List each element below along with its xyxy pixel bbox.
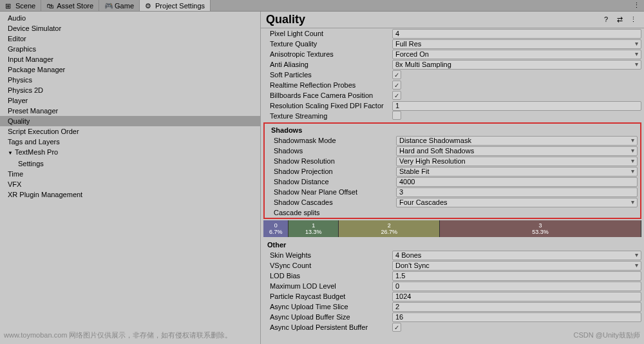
dropdown[interactable]: Very High Resolution <box>396 157 638 166</box>
property-label: Soft Particles <box>263 71 392 79</box>
tab-asset-store[interactable]: 🛍Asset Store <box>41 0 99 11</box>
sidebar-item-quality[interactable]: Quality <box>0 116 260 126</box>
sidebar-item-xr-plugin-management[interactable]: XR Plugin Management <box>0 189 260 200</box>
preset-icon[interactable]: ⇄ <box>617 15 626 24</box>
sidebar-item-package-manager[interactable]: Package Manager <box>0 64 260 75</box>
property-label: Resolution Scaling Fixed DPI Factor <box>263 102 392 110</box>
property-label: Particle Raycast Budget <box>263 292 392 300</box>
menu-icon[interactable]: ⋮ <box>630 15 639 24</box>
property-label: Shadow Distance <box>267 178 396 186</box>
text-input[interactable]: 16 <box>392 312 641 322</box>
text-input[interactable]: 1.5 <box>392 271 641 281</box>
cascade-splits-bar[interactable]: 06.7%113.3%226.7%353.3% <box>263 220 641 237</box>
shadows-highlight: Shadows Shadowmask ModeDistance Shadowma… <box>263 122 641 219</box>
property-label: Anti Aliasing <box>263 61 392 68</box>
cascade-segment-2[interactable]: 226.7% <box>339 220 440 237</box>
shadows-header: Shadows <box>265 124 640 135</box>
watermark-right: CSDN @Unity鼓励师 <box>574 330 640 340</box>
sidebar-item-input-manager[interactable]: Input Manager <box>0 54 260 64</box>
property-row: Texture Streaming <box>261 111 644 121</box>
sidebar-item-editor[interactable]: Editor <box>0 33 260 44</box>
property-label: Cascade splits <box>267 209 396 216</box>
dropdown[interactable]: Don't Sync <box>392 261 641 271</box>
dropdown[interactable]: Four Cascades <box>396 198 638 207</box>
sidebar-item-audio[interactable]: Audio <box>0 13 260 23</box>
scene-icon: ⊞ <box>5 2 13 10</box>
sidebar-item-tags-and-layers[interactable]: Tags and Layers <box>0 137 260 147</box>
sidebar-item-textmesh-pro[interactable]: TextMesh Pro <box>0 147 260 158</box>
text-input[interactable]: 3 <box>396 187 638 197</box>
tab-project-settings[interactable]: ⚙Project Settings <box>140 0 211 11</box>
tab-game[interactable]: 🎮Game <box>99 0 140 11</box>
dropdown[interactable]: Distance Shadowmask <box>396 136 638 146</box>
property-label: Maximum LOD Level <box>263 282 392 290</box>
dropdown[interactable]: Forced On <box>392 50 641 59</box>
dropdown[interactable]: 4 Bones <box>392 251 641 260</box>
property-row: Resolution Scaling Fixed DPI Factor1 <box>261 100 644 111</box>
property-label: Shadow Cascades <box>267 198 396 206</box>
dropdown[interactable]: Hard and Soft Shadows <box>396 146 638 156</box>
cascade-segment-3[interactable]: 353.3% <box>440 220 641 237</box>
property-row: Shadow ProjectionStable Fit <box>265 166 640 177</box>
text-input[interactable]: 0 <box>392 282 641 291</box>
settings-icon: ⚙ <box>145 2 153 10</box>
sidebar-item-settings[interactable]: Settings <box>0 158 260 169</box>
property-row: Shadow CascadesFour Cascades <box>265 197 640 207</box>
checkbox[interactable] <box>392 91 401 100</box>
property-label: VSync Count <box>263 262 392 269</box>
property-label: LOD Bias <box>263 272 392 280</box>
dropdown[interactable]: Full Res <box>392 39 641 49</box>
text-input[interactable]: 4 <box>392 29 641 39</box>
text-input[interactable]: 1024 <box>392 292 641 301</box>
property-row: ShadowsHard and Soft Shadows <box>265 146 640 156</box>
text-input[interactable]: 2 <box>392 302 641 312</box>
property-row: Shadow Near Plane Offset3 <box>265 187 640 197</box>
checkbox[interactable] <box>392 81 401 90</box>
property-label: Billboards Face Camera Position <box>263 91 392 99</box>
property-label: Shadow Resolution <box>267 157 396 165</box>
property-label: Shadow Projection <box>267 167 396 175</box>
property-row: Async Upload Time Slice2 <box>261 301 644 312</box>
property-row: Texture QualityFull Res <box>261 39 644 49</box>
game-icon: 🎮 <box>104 2 112 10</box>
checkbox[interactable] <box>392 111 401 120</box>
property-row: Maximum LOD Level0 <box>261 281 644 291</box>
sidebar-item-time[interactable]: Time <box>0 169 260 179</box>
property-row: Soft Particles <box>261 70 644 80</box>
dropdown[interactable]: 8x Multi Sampling <box>392 60 641 70</box>
property-label: Async Upload Persistent Buffer <box>263 323 392 331</box>
sidebar-item-vfx[interactable]: VFX <box>0 179 260 189</box>
settings-content: Quality ? ⇄ ⋮ Pixel Light Count4Texture … <box>261 12 644 344</box>
property-label: Texture Quality <box>263 40 392 48</box>
text-input[interactable]: 4000 <box>396 177 638 187</box>
cascade-segment-0[interactable]: 06.7% <box>263 220 289 237</box>
property-row: Realtime Reflection Probes <box>261 80 644 90</box>
sidebar-item-player[interactable]: Player <box>0 95 260 106</box>
sidebar-item-script-execution-order[interactable]: Script Execution Order <box>0 126 260 137</box>
dropdown[interactable]: Stable Fit <box>396 167 638 177</box>
property-row: Anti Aliasing8x Multi Sampling <box>261 59 644 70</box>
help-icon[interactable]: ? <box>604 15 613 24</box>
property-row: Anisotropic TexturesForced On <box>261 49 644 59</box>
property-row: Pixel Light Count4 <box>261 28 644 39</box>
property-row: Shadowmask ModeDistance Shadowmask <box>265 135 640 146</box>
sidebar-item-preset-manager[interactable]: Preset Manager <box>0 106 260 116</box>
property-row: VSync CountDon't Sync <box>261 260 644 271</box>
sidebar-item-graphics[interactable]: Graphics <box>0 44 260 54</box>
cascade-segment-1[interactable]: 113.3% <box>289 220 339 237</box>
property-label: Skin Weights <box>263 251 392 259</box>
sidebar-item-device-simulator[interactable]: Device Simulator <box>0 23 260 33</box>
property-row: Particle Raycast Budget1024 <box>261 291 644 301</box>
property-label: Pixel Light Count <box>263 30 392 37</box>
property-label: Anisotropic Textures <box>263 50 392 58</box>
sidebar-item-physics[interactable]: Physics <box>0 75 260 85</box>
tab-scene[interactable]: ⊞Scene <box>0 0 41 11</box>
tab-menu-icon[interactable]: ⋮ <box>629 0 644 11</box>
text-input[interactable]: 1 <box>392 101 641 111</box>
property-label: Shadow Near Plane Offset <box>267 188 396 196</box>
checkbox[interactable] <box>392 323 401 332</box>
tab-bar: ⊞Scene 🛍Asset Store 🎮Game ⚙Project Setti… <box>0 0 644 12</box>
checkbox[interactable] <box>392 70 401 79</box>
property-row: Skin Weights4 Bones <box>261 250 644 260</box>
sidebar-item-physics-2d[interactable]: Physics 2D <box>0 85 260 95</box>
